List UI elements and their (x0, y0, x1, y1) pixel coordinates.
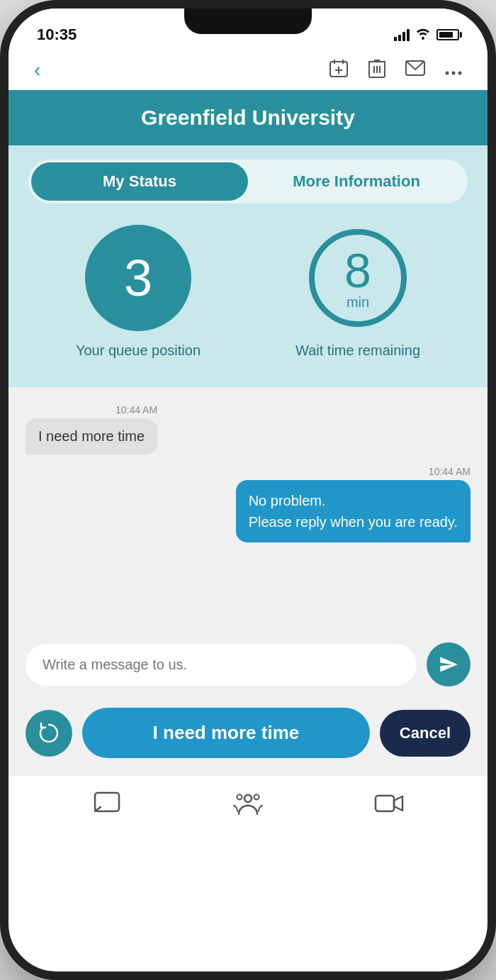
notch (184, 9, 312, 34)
tabs-section: My Status More Information (9, 145, 487, 204)
svg-point-13 (458, 72, 462, 75)
quick-actions: I need more time Cancel (9, 701, 487, 775)
msg-time-sent: 10:44 AM (236, 466, 470, 477)
svg-point-19 (237, 795, 242, 800)
nav-group[interactable] (233, 789, 263, 818)
svg-point-12 (452, 72, 456, 75)
wait-label: Wait time remaining (295, 343, 420, 359)
tabs-row: My Status More Information (28, 160, 468, 204)
tab-more-info[interactable]: More Information (248, 162, 465, 201)
message-received: 10:44 AM I need more time (26, 404, 157, 455)
queue-circle: 3 (85, 225, 191, 331)
nav-video[interactable] (374, 789, 404, 818)
signal-icon (394, 28, 410, 41)
group-icon (233, 789, 263, 818)
battery-icon (436, 29, 459, 40)
queue-stat: 3 Your queue position (76, 225, 201, 359)
chat-icon (92, 789, 122, 818)
video-icon (374, 789, 404, 818)
need-more-time-button[interactable]: I need more time (82, 708, 370, 758)
msg-bubble-sent: No problem.Please reply when you are rea… (236, 480, 470, 542)
wait-number: 8 (344, 246, 371, 294)
cancel-button[interactable]: Cancel (380, 710, 470, 757)
wait-inner: 8 min (344, 246, 371, 311)
wait-stat: 8 min Wait time remaining (295, 225, 420, 359)
refresh-icon (37, 721, 61, 745)
chat-messages: 10:44 AM I need more time 10:44 AM No pr… (26, 404, 470, 542)
app-title: Greenfield University (141, 106, 355, 129)
tab-my-status[interactable]: My Status (31, 162, 248, 201)
chat-section: 10:44 AM I need more time 10:44 AM No pr… (9, 387, 487, 628)
wait-unit: min (346, 294, 369, 311)
mail-icon[interactable] (405, 60, 425, 80)
nav-chat[interactable] (92, 789, 122, 818)
wifi-icon (415, 27, 431, 43)
message-input[interactable] (26, 644, 417, 686)
svg-point-11 (446, 72, 449, 75)
msg-bubble-received: I need more time (26, 418, 157, 455)
back-button[interactable]: ‹ (34, 59, 40, 82)
nav-actions (329, 58, 462, 82)
queue-label: Your queue position (76, 343, 201, 359)
send-icon (439, 655, 458, 674)
queue-number: 3 (124, 252, 152, 304)
status-time: 10:35 (37, 26, 77, 44)
wait-circle: 8 min (305, 225, 411, 331)
msg-time-received: 10:44 AM (26, 404, 157, 416)
message-sent: 10:44 AM No problem.Please reply when yo… (236, 466, 470, 542)
phone-frame: 10:35 ‹ (0, 0, 496, 980)
app-header: Greenfield University (9, 90, 487, 145)
delete-icon[interactable] (368, 58, 385, 82)
message-input-row (9, 628, 487, 701)
add-calendar-icon[interactable] (329, 58, 349, 82)
svg-rect-20 (376, 796, 394, 811)
stats-section: 3 Your queue position 8 min Wait time re… (9, 204, 487, 387)
svg-point-18 (254, 795, 259, 800)
svg-point-17 (244, 795, 252, 802)
bottom-nav (9, 775, 487, 840)
top-nav: ‹ (9, 51, 487, 90)
send-button[interactable] (427, 642, 470, 686)
more-icon[interactable] (445, 61, 462, 79)
refresh-button[interactable] (26, 710, 72, 757)
status-icons (394, 27, 459, 43)
